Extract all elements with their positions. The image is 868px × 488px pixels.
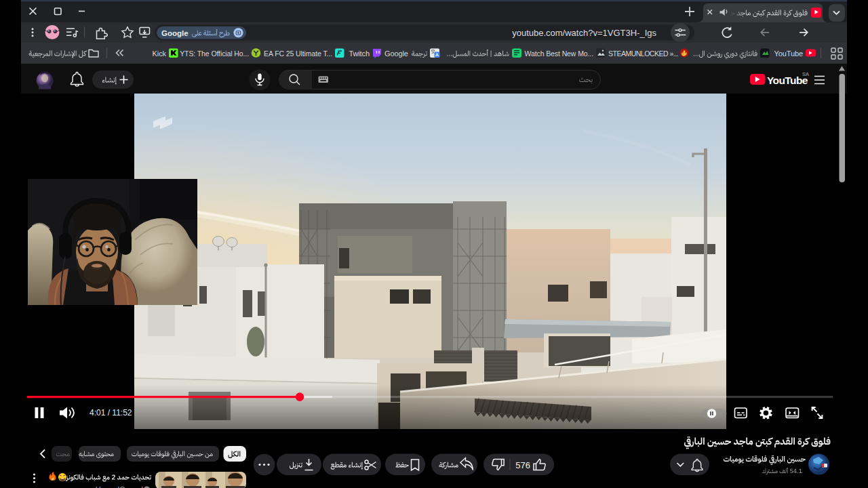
svg-text:EA FC 25 Ultimate T...: EA FC 25 Ultimate T... xyxy=(264,49,332,58)
svg-text:Kick: Kick xyxy=(153,49,167,58)
svg-text:Watch Best New Mo...: Watch Best New Mo... xyxy=(525,49,593,58)
svg-text:youtube.com/watch?v=1VGT3H-_Ig: youtube.com/watch?v=1VGT3H-_Igs xyxy=(512,28,656,38)
svg-text:YouTube: YouTube xyxy=(774,49,803,58)
svg-text:SA: SA xyxy=(802,71,809,77)
svg-text:576: 576 xyxy=(515,460,530,470)
svg-text:STEAMUNLOCKED »...: STEAMUNLOCKED »... xyxy=(608,49,678,58)
svg-text:Google: Google xyxy=(384,49,408,58)
svg-text:Twitch: Twitch xyxy=(349,49,370,58)
svg-text:HamadCannel: HamadCannel xyxy=(96,485,143,488)
svg-text:YTS: The Official Ho...: YTS: The Official Ho... xyxy=(180,49,249,58)
svg-text:4:01 / 11:52: 4:01 / 11:52 xyxy=(90,408,132,418)
svg-text:Google: Google xyxy=(161,29,189,37)
